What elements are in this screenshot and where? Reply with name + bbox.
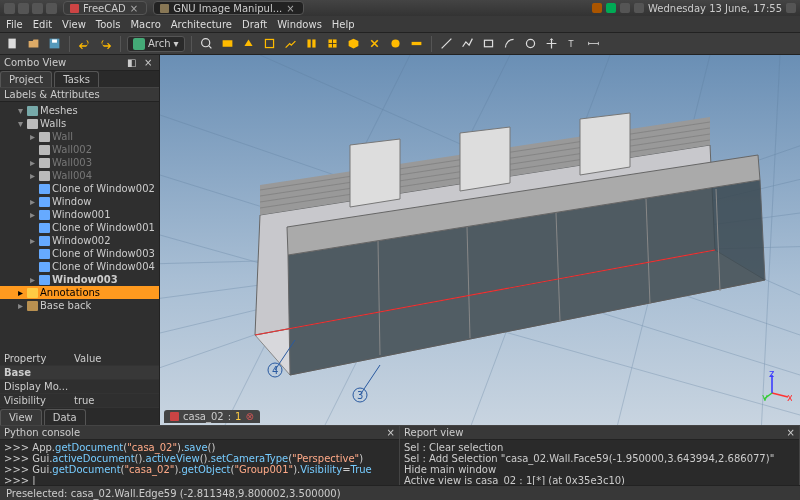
separator	[120, 36, 121, 52]
win-icon	[39, 184, 50, 194]
menu-macro[interactable]: Macro	[130, 19, 160, 30]
tree-item[interactable]: ▾Walls	[0, 117, 159, 130]
tree-item[interactable]: ▸Annotations	[0, 286, 159, 299]
expand-icon[interactable]: ▸	[28, 170, 37, 181]
tray-icon[interactable]	[592, 3, 602, 13]
tree-item[interactable]: ▸Wall004	[0, 169, 159, 182]
tree-item[interactable]: ▾Meshes	[0, 104, 159, 117]
tree-item[interactable]: ▸Window002	[0, 234, 159, 247]
expand-icon[interactable]: ▸	[28, 235, 37, 246]
save-button[interactable]	[46, 35, 63, 52]
draft-move-button[interactable]	[543, 35, 560, 52]
expand-icon[interactable]: ▸	[28, 157, 37, 168]
expand-icon[interactable]: ▸	[16, 300, 25, 311]
close-icon[interactable]: ⊗	[245, 411, 253, 422]
draft-wire-button[interactable]	[459, 35, 476, 52]
menu-view[interactable]: View	[62, 19, 86, 30]
draft-line-button[interactable]	[438, 35, 455, 52]
undock-icon[interactable]: ◧	[127, 57, 138, 68]
menu-help[interactable]: Help	[332, 19, 355, 30]
taskbar-app-gimp[interactable]: GNU Image Manipul... ×	[153, 1, 304, 15]
svg-text:T: T	[567, 39, 573, 49]
close-icon[interactable]: ×	[787, 427, 795, 438]
redo-button[interactable]	[97, 35, 114, 52]
open-button[interactable]	[25, 35, 42, 52]
workbench-selector[interactable]: Arch ▾	[127, 36, 185, 52]
menu-windows[interactable]: Windows	[277, 19, 322, 30]
tool-button[interactable]	[261, 35, 278, 52]
close-icon[interactable]: ×	[387, 427, 395, 438]
tool-button[interactable]	[324, 35, 341, 52]
draft-text-button[interactable]: T	[564, 35, 581, 52]
tree-label: Clone of Window002	[52, 183, 155, 194]
expand-icon[interactable]: ▸	[28, 209, 37, 220]
tree-item[interactable]: ▸Base back	[0, 299, 159, 312]
property-row[interactable]: Visibilitytrue	[0, 394, 159, 408]
launcher-icon[interactable]	[32, 3, 43, 14]
launcher-icon[interactable]	[18, 3, 29, 14]
tab-project[interactable]: Project	[0, 71, 52, 87]
tool-button[interactable]	[408, 35, 425, 52]
tab-data[interactable]: Data	[44, 409, 86, 425]
python-console[interactable]: Python console× >>> App.getDocument("cas…	[0, 426, 400, 485]
launcher-icon[interactable]	[46, 3, 57, 14]
tray-icon[interactable]	[606, 3, 616, 13]
draft-circle-button[interactable]	[522, 35, 539, 52]
menu-architecture[interactable]: Architecture	[171, 19, 232, 30]
draft-rect-button[interactable]	[480, 35, 497, 52]
3d-viewport[interactable]: 4 3 x y z casa_02 : 1 ⊗	[160, 55, 800, 425]
tree-item[interactable]: Clone of Window002	[0, 182, 159, 195]
svg-point-12	[526, 39, 534, 47]
document-tab[interactable]: casa_02 : 1 ⊗	[164, 410, 260, 423]
tree-item[interactable]: Clone of Window004	[0, 260, 159, 273]
tool-button[interactable]	[366, 35, 383, 52]
tool-button[interactable]	[240, 35, 257, 52]
undo-button[interactable]	[76, 35, 93, 52]
menu-tools[interactable]: Tools	[96, 19, 121, 30]
draft-arc-button[interactable]	[501, 35, 518, 52]
expand-icon[interactable]: ▸	[16, 287, 25, 298]
taskbar-app-freecad[interactable]: FreeCAD ×	[63, 1, 147, 15]
tree-item[interactable]: Clone of Window001	[0, 221, 159, 234]
tab-view[interactable]: View	[0, 409, 42, 425]
close-icon[interactable]: ×	[144, 57, 155, 68]
tree-item[interactable]: ▸Wall003	[0, 156, 159, 169]
tree-item[interactable]: Wall002	[0, 143, 159, 156]
expand-icon[interactable]: ▾	[16, 105, 25, 116]
menu-edit[interactable]: Edit	[33, 19, 52, 30]
tray-icon[interactable]	[620, 3, 630, 13]
close-icon[interactable]: ×	[286, 3, 294, 14]
panel-title: Python console	[4, 427, 80, 438]
tool-button[interactable]	[345, 35, 362, 52]
new-button[interactable]	[4, 35, 21, 52]
expand-icon[interactable]: ▸	[28, 131, 37, 142]
menu-draft[interactable]: Draft	[242, 19, 267, 30]
model-tree[interactable]: ▾Meshes▾Walls▸WallWall002▸Wall003▸Wall00…	[0, 102, 159, 352]
tool-button[interactable]	[219, 35, 236, 52]
win-icon	[39, 223, 50, 233]
menu-file[interactable]: File	[6, 19, 23, 30]
close-icon[interactable]: ×	[130, 3, 138, 14]
tree-item[interactable]: ▸Wall	[0, 130, 159, 143]
wall-icon	[39, 145, 50, 155]
zoom-fit-button[interactable]	[198, 35, 215, 52]
tool-button[interactable]	[387, 35, 404, 52]
tool-button[interactable]	[303, 35, 320, 52]
draft-dim-button[interactable]	[585, 35, 602, 52]
tray-icon[interactable]	[634, 3, 644, 13]
tray-icon[interactable]	[786, 3, 796, 13]
expand-icon[interactable]: ▸	[28, 274, 37, 285]
tree-item[interactable]: ▸Window001	[0, 208, 159, 221]
tree-item[interactable]: ▸Window	[0, 195, 159, 208]
expand-icon[interactable]: ▸	[28, 196, 37, 207]
expand-icon[interactable]: ▾	[16, 118, 25, 129]
tool-button[interactable]	[282, 35, 299, 52]
tab-tasks[interactable]: Tasks	[54, 71, 99, 87]
tree-label: Annotations	[40, 287, 100, 298]
tree-item[interactable]: ▸Window003	[0, 273, 159, 286]
report-view[interactable]: Report view× Sel : Clear selectionSel : …	[400, 426, 800, 485]
tree-item[interactable]: Clone of Window003	[0, 247, 159, 260]
property-row[interactable]: Display Mo...	[0, 380, 159, 394]
console-line: >>> |	[4, 475, 395, 485]
launcher-icon[interactable]	[4, 3, 15, 14]
